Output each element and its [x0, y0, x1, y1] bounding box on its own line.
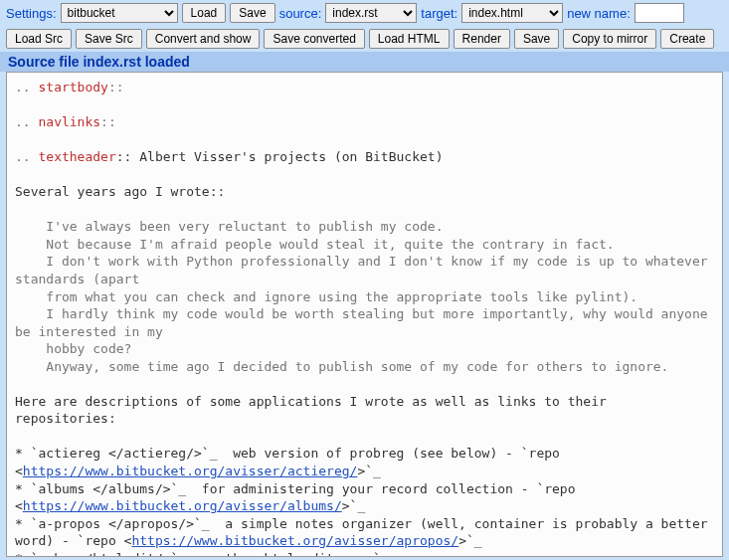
new-name-input[interactable]	[635, 3, 684, 23]
save-button[interactable]: Save	[230, 3, 274, 23]
convert-show-button[interactable]: Convert and show	[146, 29, 261, 49]
save-src-button[interactable]: Save Src	[76, 29, 142, 49]
source-select[interactable]: index.rst	[325, 3, 417, 23]
save-converted-button[interactable]: Save converted	[264, 29, 364, 49]
new-name-label: new name:	[567, 6, 631, 21]
source-label: source:	[279, 6, 322, 21]
load-src-button[interactable]: Load Src	[6, 29, 72, 49]
status-bar: Source file index.rst loaded	[0, 52, 729, 72]
target-select[interactable]: index.html	[461, 3, 563, 23]
settings-select[interactable]: bitbucket	[61, 3, 178, 23]
editor-wrap: .. startbody:: .. navlinks:: .. texthead…	[0, 72, 729, 560]
settings-label: Settings:	[6, 6, 57, 21]
load-button[interactable]: Load	[182, 3, 227, 23]
copy-mirror-button[interactable]: Copy to mirror	[563, 29, 656, 49]
toolbar-secondary: Load Src Save Src Convert and show Save …	[0, 26, 729, 52]
render-button[interactable]: Render	[454, 29, 510, 49]
toolbar-primary: Settings: bitbucket Load Save source: in…	[0, 0, 729, 26]
source-editor[interactable]: .. startbody:: .. navlinks:: .. texthead…	[6, 72, 723, 557]
target-label: target:	[421, 6, 457, 21]
save-button-2[interactable]: Save	[514, 29, 559, 49]
load-html-button[interactable]: Load HTML	[369, 29, 450, 49]
create-button[interactable]: Create	[660, 29, 714, 49]
